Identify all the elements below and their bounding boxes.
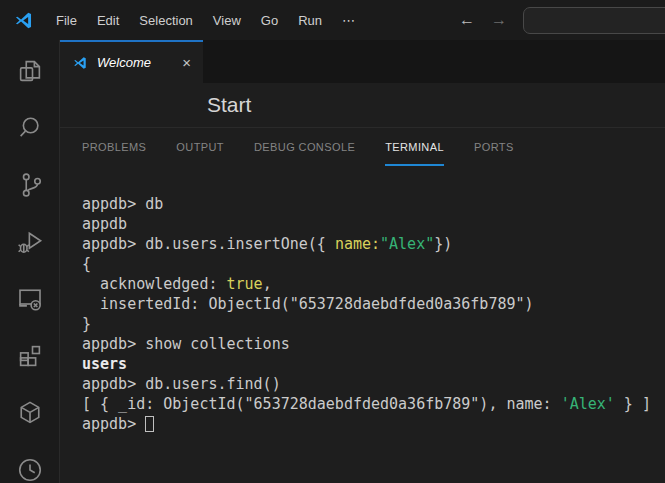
start-heading: Start — [207, 93, 251, 117]
terminal-line: insertedId: ObjectId("653728daebdfded0a3… — [82, 294, 657, 314]
vscode-logo-icon — [13, 10, 34, 31]
bottom-panel: PROBLEMSOUTPUTDEBUG CONSOLETERMINALPORTS… — [60, 128, 665, 483]
timeline-clock-icon[interactable] — [0, 441, 59, 483]
terminal-output[interactable]: appdb> dbappdbappdb> db.users.insertOne(… — [60, 166, 665, 483]
terminal-line: acknowledged: true, — [82, 274, 657, 294]
terminal-line: } — [82, 314, 657, 334]
command-center-search-input[interactable] — [524, 13, 665, 27]
tab-strip: Welcome × — [60, 40, 665, 83]
editor-group: Welcome × Start PROBLEMSOUTPUTDEBUG CONS… — [60, 40, 665, 483]
vscode-window: FileEditSelectionViewGoRun⋯ ← → — [0, 0, 665, 483]
remote-explorer-icon[interactable] — [0, 270, 59, 327]
package-cube-icon[interactable] — [0, 384, 59, 441]
menu-file[interactable]: File — [46, 9, 87, 32]
forward-arrow-icon[interactable]: → — [491, 12, 507, 28]
activity-bar — [0, 40, 60, 483]
search-icon[interactable] — [0, 99, 59, 156]
menu-run[interactable]: Run — [288, 9, 332, 32]
titlebar: FileEditSelectionViewGoRun⋯ ← → — [0, 0, 665, 40]
menu-more[interactable]: ⋯ — [332, 9, 365, 32]
terminal-line: { — [82, 254, 657, 274]
back-arrow-icon[interactable]: ← — [459, 12, 475, 28]
vscode-logo-icon — [72, 55, 88, 71]
terminal-line: appdb> show collections — [82, 334, 657, 354]
panel-tab-debug-console[interactable]: DEBUG CONSOLE — [254, 128, 355, 166]
panel-tab-problems[interactable]: PROBLEMS — [82, 128, 146, 166]
panel-tab-ports[interactable]: PORTS — [474, 128, 514, 166]
run-and-debug-icon[interactable] — [0, 213, 59, 270]
welcome-page: Start — [60, 83, 665, 128]
terminal-line: appdb> db.users.insertOne({ name:"Alex"}… — [82, 234, 657, 254]
menu-edit[interactable]: Edit — [87, 9, 129, 32]
menubar: FileEditSelectionViewGoRun⋯ — [46, 9, 365, 32]
nav-history: ← → — [459, 12, 507, 28]
menu-go[interactable]: Go — [251, 9, 288, 32]
tab-welcome-label: Welcome — [97, 55, 151, 70]
tab-welcome[interactable]: Welcome × — [60, 40, 203, 83]
close-icon[interactable]: × — [182, 55, 191, 70]
extensions-icon[interactable] — [0, 327, 59, 384]
source-control-icon[interactable] — [0, 156, 59, 213]
panel-tab-terminal[interactable]: TERMINAL — [385, 128, 444, 166]
menu-view[interactable]: View — [203, 9, 251, 32]
explorer-icon[interactable] — [0, 42, 59, 99]
terminal-line: appdb> — [82, 414, 657, 434]
panel-tab-bar: PROBLEMSOUTPUTDEBUG CONSOLETERMINALPORTS — [60, 128, 665, 166]
command-center-search[interactable] — [523, 7, 665, 34]
terminal-line: appdb> db.users.find() — [82, 374, 657, 394]
terminal-line: users — [82, 354, 657, 374]
terminal-line: [ { _id: ObjectId("653728daebdfded0a36fb… — [82, 394, 657, 414]
terminal-line: appdb> db — [82, 194, 657, 214]
panel-tab-output[interactable]: OUTPUT — [176, 128, 224, 166]
menu-selection[interactable]: Selection — [129, 9, 202, 32]
terminal-cursor — [145, 416, 154, 432]
terminal-line: appdb — [82, 214, 657, 234]
